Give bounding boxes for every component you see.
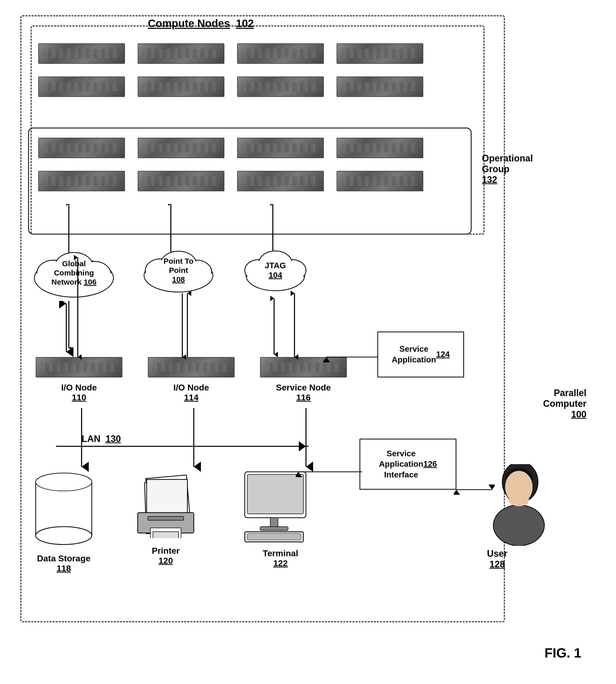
arrow-jtag-sn [291, 291, 298, 362]
sai-box: ServiceApplicationInterface126 [359, 439, 456, 490]
io-node-114-label: I/O Node114 [148, 383, 235, 403]
server-rack-r4c1 [38, 171, 125, 191]
terminal-label: Terminal122 [245, 548, 316, 568]
service-application-box: ServiceApplication124 [377, 332, 464, 378]
data-storage-label: Data Storage118 [25, 553, 102, 573]
server-rack-r2c4 [336, 77, 423, 97]
ptp-cloud: Point To Point108 [140, 245, 217, 296]
server-rack-r3c1 [38, 138, 125, 158]
server-rack-r1c2 [138, 43, 224, 64]
lan-label: LAN 130 [82, 433, 121, 444]
server-rack-r1c4 [336, 43, 423, 64]
svg-rect-61 [247, 474, 303, 514]
fig-label: FIG. 1 [545, 645, 581, 661]
server-rack-r2c3 [237, 77, 324, 97]
jtag-cloud: JTAG104 [242, 245, 309, 296]
server-rack-r4c3 [237, 171, 324, 191]
arrow-user-sai [454, 485, 494, 495]
svg-point-73 [493, 505, 544, 546]
arrow-sai-terminal [296, 464, 365, 479]
user-label: User128 [487, 548, 507, 570]
server-rack-r4c4 [336, 171, 423, 191]
io-node-114-rack [148, 357, 235, 378]
ptp-label: Point To Point108 [153, 257, 204, 284]
arrow-jtag-to-servicenode [270, 296, 278, 360]
server-rack-r2c2 [138, 77, 224, 97]
jtag-label: JTAG104 [252, 261, 298, 280]
data-storage-icon [30, 472, 97, 548]
svg-point-74 [509, 493, 529, 506]
svg-point-51 [36, 527, 92, 544]
server-rack-r3c4 [336, 138, 423, 158]
arrow-ptp-ion114-up [183, 291, 191, 362]
io-node-110-label: I/O Node110 [36, 383, 123, 403]
gcn-label: Global CombiningNetwork 106 [46, 259, 102, 287]
user-icon [479, 464, 551, 546]
printer-icon [133, 472, 199, 538]
svg-rect-65 [247, 534, 301, 540]
svg-rect-57 [148, 516, 183, 520]
svg-rect-63 [260, 527, 288, 531]
server-rack-r3c3 [237, 138, 324, 158]
server-rack-r3c2 [138, 138, 224, 158]
server-rack-r4c2 [138, 171, 224, 191]
parallel-computer-label: ParallelComputer100 [543, 388, 587, 420]
compute-nodes-label: Compute Nodes 102 [148, 17, 254, 29]
server-rack-r2c1 [38, 77, 125, 97]
server-rack-r1c1 [38, 43, 125, 64]
printer-label: Printer120 [133, 546, 199, 566]
arrow-sa-to-sn [321, 344, 380, 370]
operational-group-label: OperationalGroup132 [482, 153, 533, 185]
svg-point-52 [36, 473, 92, 491]
diagram-container: ParallelComputer100 Compute Nodes 102 Op… [15, 10, 602, 673]
svg-rect-59 [153, 532, 178, 538]
server-rack-r1c3 [237, 43, 324, 64]
service-node-116-label: Service Node116 [255, 383, 352, 403]
